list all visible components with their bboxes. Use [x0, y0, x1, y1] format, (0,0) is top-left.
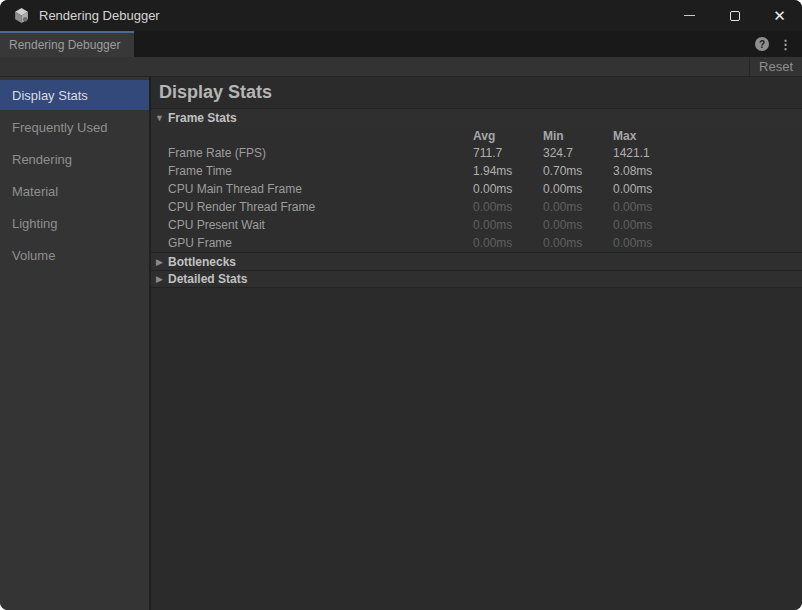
sidebar-item-display-stats[interactable]: Display Stats — [0, 80, 149, 110]
close-button[interactable]: ✕ — [757, 0, 802, 31]
frame-stats-table: Avg Min Max Frame Rate (FPS) 711.7 324.7… — [151, 127, 802, 252]
sidebar-item-material[interactable]: Material — [0, 176, 149, 206]
unity-icon — [13, 7, 30, 24]
chevron-down-icon: ▼ — [151, 113, 168, 123]
window-titlebar[interactable]: Rendering Debugger ✕ — [0, 0, 802, 31]
window-title: Rendering Debugger — [39, 8, 160, 23]
foldout-frame-stats[interactable]: ▼ Frame Stats — [151, 108, 802, 127]
table-row: CPU Render Thread Frame 0.00ms 0.00ms 0.… — [151, 198, 802, 216]
column-header-min: Min — [543, 129, 613, 143]
column-header-avg: Avg — [473, 129, 543, 143]
main-panel: Display Stats ▼ Frame Stats Avg Min Max … — [151, 77, 802, 610]
rendering-debugger-window: Rendering Debugger ✕ Rendering Debugger … — [0, 0, 802, 610]
help-icon[interactable]: ? — [755, 37, 769, 51]
maximize-button[interactable] — [712, 0, 757, 31]
foldout-detailed-stats[interactable]: ▶ Detailed Stats — [151, 270, 802, 288]
sidebar-item-rendering[interactable]: Rendering — [0, 144, 149, 174]
reset-button[interactable]: Reset — [749, 57, 802, 76]
table-header-row: Avg Min Max — [151, 127, 802, 144]
sidebar-item-frequently-used[interactable]: Frequently Used — [0, 112, 149, 142]
sidebar-item-volume[interactable]: Volume — [0, 240, 149, 270]
sidebar-item-lighting[interactable]: Lighting — [0, 208, 149, 238]
column-header-max: Max — [613, 129, 802, 143]
tab-rendering-debugger[interactable]: Rendering Debugger — [0, 31, 134, 57]
kebab-menu-icon[interactable]: ⋮ — [779, 38, 792, 51]
table-row: Frame Rate (FPS) 711.7 324.7 1421.1 — [151, 144, 802, 162]
chevron-right-icon: ▶ — [151, 257, 168, 267]
tabbar-icons: ? ⋮ — [755, 31, 802, 57]
sidebar: Display Stats Frequently Used Rendering … — [0, 77, 151, 610]
tab-bar: Rendering Debugger ? ⋮ — [0, 31, 802, 57]
table-row: CPU Main Thread Frame 0.00ms 0.00ms 0.00… — [151, 180, 802, 198]
window-controls: ✕ — [667, 0, 802, 31]
page-title: Display Stats — [151, 77, 802, 108]
foldout-bottlenecks[interactable]: ▶ Bottlenecks — [151, 252, 802, 270]
toolbar: Reset — [0, 57, 802, 77]
table-row: GPU Frame 0.00ms 0.00ms 0.00ms — [151, 234, 802, 252]
table-row: CPU Present Wait 0.00ms 0.00ms 0.00ms — [151, 216, 802, 234]
content-area: Display Stats Frequently Used Rendering … — [0, 77, 802, 610]
table-row: Frame Time 1.94ms 0.70ms 3.08ms — [151, 162, 802, 180]
chevron-right-icon: ▶ — [151, 274, 168, 284]
minimize-button[interactable] — [667, 0, 712, 31]
